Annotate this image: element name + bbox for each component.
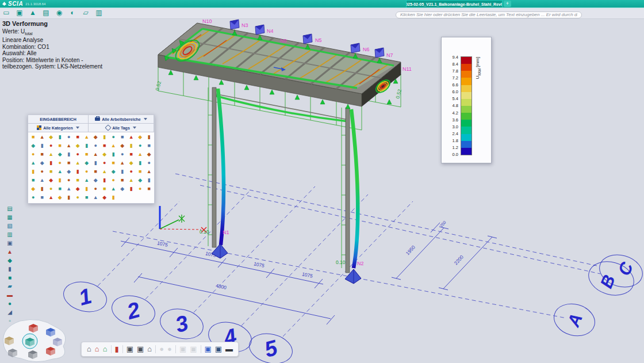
view-rendered-icon[interactable]: ⌂ <box>95 343 99 355</box>
palette-icon[interactable]: ◆ <box>127 159 136 167</box>
clip-plane-icon[interactable]: ▣ <box>215 343 222 355</box>
database-icon[interactable]: ◉ <box>55 9 64 17</box>
palette-icon[interactable]: ◆ <box>91 176 101 185</box>
disabled-sphere-icon[interactable]: ● <box>159 343 164 355</box>
palette-icon[interactable]: ● <box>29 193 38 202</box>
palette-icon[interactable]: ■ <box>47 167 56 176</box>
palette-icon[interactable]: ◆ <box>118 142 127 150</box>
box-view-icon[interactable]: ▱ <box>81 9 90 17</box>
palette-icon[interactable]: ▮ <box>29 167 38 176</box>
section-icon[interactable]: ▣ <box>6 239 14 247</box>
palette-icon[interactable]: ▮ <box>109 150 118 159</box>
project-icon[interactable]: ▭ <box>2 9 11 17</box>
axes-icon[interactable]: ▰ <box>6 282 14 290</box>
palette-icon[interactable]: ● <box>74 150 83 159</box>
workspaces-dropdown[interactable]: Alle Arbeitsbereiche <box>89 115 154 124</box>
palette-icon[interactable]: ▮ <box>74 167 83 176</box>
palette-icon[interactable]: ▮ <box>64 150 74 159</box>
palette-icon[interactable]: ▲ <box>91 150 101 159</box>
palette-icon[interactable]: ● <box>145 159 154 167</box>
palette-icon[interactable]: ◆ <box>56 193 65 202</box>
disabled-frame2-icon[interactable]: ▣ <box>190 343 197 355</box>
palette-icon[interactable]: ◆ <box>47 176 56 185</box>
render-icon[interactable]: ▬ <box>6 291 14 299</box>
palette-icon[interactable]: ● <box>38 167 47 176</box>
palette-icon[interactable]: ● <box>64 133 74 142</box>
stress-icon[interactable]: ▧ <box>6 222 14 230</box>
palette-icon[interactable]: ▲ <box>74 159 83 167</box>
palette-icon[interactable]: ◆ <box>74 142 83 150</box>
workstation-icon[interactable]: ▬ <box>225 343 233 355</box>
palette-icon[interactable]: ▮ <box>56 176 65 185</box>
input-panel-title-button[interactable]: EINGABEBEREICH <box>28 115 89 124</box>
palette-icon[interactable]: ▲ <box>145 167 154 176</box>
palette-icon[interactable]: ▲ <box>82 133 91 142</box>
palette-icon[interactable]: ▲ <box>109 142 118 150</box>
library-icon[interactable]: ▥ <box>94 9 103 17</box>
palette-icon[interactable]: ● <box>64 176 74 185</box>
palette-icon[interactable]: ▲ <box>82 176 91 185</box>
deformation-icon[interactable]: ▦ <box>6 213 14 221</box>
palette-icon[interactable]: ◆ <box>100 193 109 202</box>
palette-icon[interactable]: ▮ <box>118 167 127 176</box>
palette-icon[interactable]: ▲ <box>56 167 65 176</box>
palette-icon[interactable]: ▮ <box>38 185 47 193</box>
palette-icon[interactable]: ◆ <box>38 159 47 167</box>
palette-icon[interactable]: ■ <box>136 167 145 176</box>
palette-icon[interactable]: ■ <box>91 167 101 176</box>
palette-icon[interactable]: ▮ <box>64 193 74 202</box>
palette-icon[interactable]: ● <box>47 185 56 193</box>
palette-icon[interactable]: ■ <box>145 185 154 193</box>
palette-icon[interactable]: ■ <box>127 150 136 159</box>
palette-icon[interactable]: ● <box>100 159 109 167</box>
palette-icon[interactable]: ▮ <box>145 176 154 185</box>
palette-icon[interactable]: ▲ <box>118 159 127 167</box>
palette-icon[interactable]: ◆ <box>109 167 118 176</box>
palette-icon[interactable]: ◆ <box>145 150 154 159</box>
clip-icon[interactable]: ◢ <box>6 308 14 316</box>
palette-icon[interactable]: ● <box>91 142 101 150</box>
palette-icon[interactable]: ▮ <box>91 159 101 167</box>
palette-icon[interactable]: ▲ <box>38 133 47 142</box>
tags-dropdown[interactable]: Alle Tags <box>89 124 154 132</box>
palette-icon[interactable]: ● <box>109 133 118 142</box>
eye-icon[interactable]: ◐ <box>68 9 77 17</box>
disabled-sphere2-icon[interactable]: ● <box>167 343 172 355</box>
palette-icon[interactable]: ● <box>74 193 83 202</box>
palette-icon[interactable]: ● <box>91 185 101 193</box>
palette-icon[interactable]: ▲ <box>127 133 136 142</box>
palette-icon[interactable]: ◆ <box>29 142 38 150</box>
tools-icon[interactable]: ▲ <box>28 9 37 17</box>
palette-icon[interactable]: ● <box>56 159 65 167</box>
clip-box-icon[interactable]: ▣ <box>205 343 212 355</box>
palette-icon[interactable]: ▲ <box>64 142 74 150</box>
palette-icon[interactable]: ■ <box>56 185 65 193</box>
palette-icon[interactable]: ▮ <box>38 142 47 150</box>
palette-icon[interactable]: ▮ <box>109 193 118 202</box>
palette-icon[interactable]: ● <box>127 167 136 176</box>
camera-back-icon[interactable]: ▣ <box>137 343 144 355</box>
palette-icon[interactable]: ▲ <box>64 185 74 193</box>
reaction-icon[interactable]: ▲ <box>6 248 14 255</box>
palette-icon[interactable]: ▮ <box>100 176 109 185</box>
palette-icon[interactable]: ▮ <box>127 142 136 150</box>
palette-icon[interactable]: ■ <box>100 142 109 150</box>
palette-icon[interactable]: ▲ <box>100 167 109 176</box>
diagram-icon[interactable]: ◆ <box>6 257 14 264</box>
printer-icon[interactable]: ▤ <box>41 9 51 17</box>
palette-icon[interactable]: ▲ <box>136 150 145 159</box>
palette-icon[interactable]: ▲ <box>91 193 101 202</box>
palette-icon[interactable]: ◆ <box>136 176 145 185</box>
palette-icon[interactable]: ● <box>47 142 56 150</box>
view-textured-icon[interactable]: ⌂ <box>103 343 108 355</box>
palette-icon[interactable]: ◆ <box>29 185 38 193</box>
palette-icon[interactable]: ◆ <box>82 159 91 167</box>
gallery-icon[interactable]: ▣ <box>15 9 24 17</box>
palette-icon[interactable]: ◆ <box>74 185 83 193</box>
disabled-frame-icon[interactable]: ▣ <box>179 343 186 355</box>
palette-icon[interactable]: ■ <box>100 185 109 193</box>
wireframe-icon[interactable]: ● <box>6 300 14 307</box>
palette-icon[interactable]: ▮ <box>56 133 65 142</box>
categories-dropdown[interactable]: Alle Kategorien <box>28 124 89 132</box>
palette-icon[interactable]: ▮ <box>82 185 91 193</box>
